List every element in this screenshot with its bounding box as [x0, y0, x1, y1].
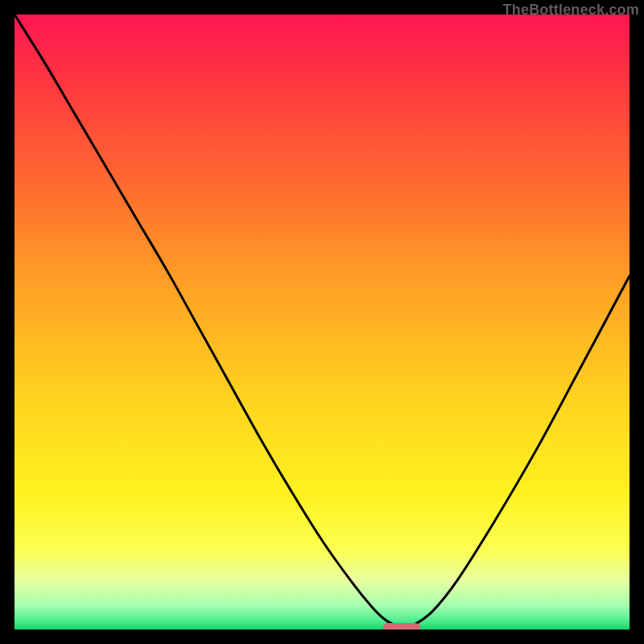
chart-frame: TheBottleneck.com [0, 0, 644, 644]
bottleneck-curve [14, 14, 630, 630]
plot-area [14, 14, 630, 630]
minimum-marker [383, 623, 420, 630]
